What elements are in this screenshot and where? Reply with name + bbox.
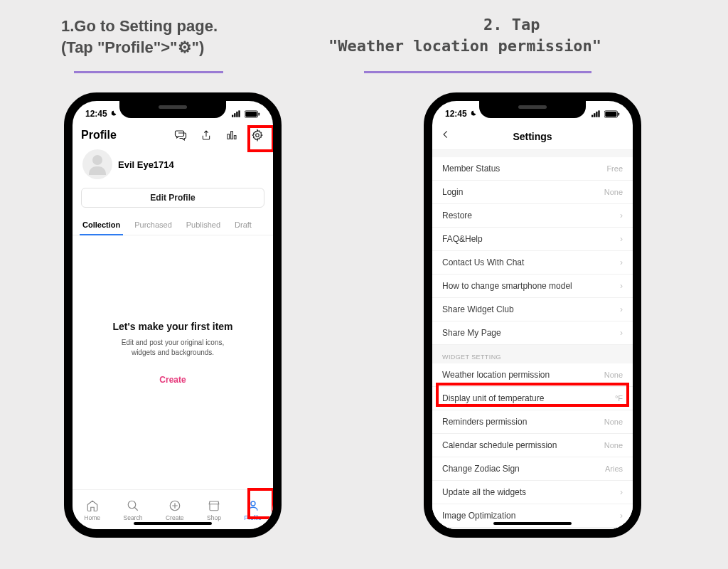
- section-widget-setting: WIDGET SETTING: [432, 345, 633, 363]
- share-icon[interactable]: [199, 128, 213, 142]
- empty-title: Let's make your first item: [90, 321, 256, 332]
- tab-draft[interactable]: Draft: [228, 215, 259, 235]
- chart-icon[interactable]: [225, 128, 239, 142]
- row-member-status[interactable]: Member StatusFree: [432, 157, 633, 181]
- svg-rect-7: [228, 134, 230, 139]
- row-change-phone[interactable]: How to change smartphone model›: [432, 275, 633, 298]
- phone-profile: 12:45 Profile Evil Eye1714 Edit Profile …: [64, 92, 282, 538]
- highlight-profile-tab: [247, 488, 274, 519]
- settings-screen: Settings Member StatusFree LoginNone Res…: [432, 101, 633, 529]
- highlight-gear: [247, 125, 274, 152]
- row-zodiac[interactable]: Change Zodiac SignAries: [432, 457, 633, 481]
- settings-list[interactable]: Member StatusFree LoginNone Restore› FAQ…: [432, 150, 633, 538]
- home-icon: [85, 499, 100, 513]
- tabbar-shop[interactable]: Shop: [207, 499, 221, 521]
- row-restore[interactable]: Restore›: [432, 204, 633, 228]
- profile-header: Profile: [73, 125, 273, 147]
- tab-collection[interactable]: Collection: [75, 215, 127, 235]
- username: Evil Eye1714: [118, 159, 174, 170]
- row-share-widget-club[interactable]: Share Widget Club›: [432, 298, 633, 321]
- empty-state: Let's make your first item Edit and post…: [73, 235, 273, 385]
- settings-nav: Settings: [432, 125, 633, 150]
- profile-screen: Profile Evil Eye1714 Edit Profile Collec…: [73, 101, 273, 529]
- tabbar-home[interactable]: Home: [84, 499, 100, 521]
- user-row: Evil Eye1714: [73, 147, 273, 185]
- tabbar-create[interactable]: Create: [166, 499, 184, 521]
- row-contact[interactable]: Contact Us With Chat›: [432, 251, 633, 275]
- search-icon: [126, 499, 140, 513]
- step1-caption: 1.Go to Setting page. (Tap "Profile">"⚙"…: [61, 16, 218, 58]
- row-faq[interactable]: FAQ&Help›: [432, 228, 633, 251]
- phone-notch: [479, 100, 586, 118]
- header-title: Profile: [81, 129, 117, 142]
- profile-tabs: Collection Purchased Published Draft: [73, 215, 273, 235]
- empty-body: Edit and post your original icons, widge…: [90, 338, 256, 358]
- edit-profile-button[interactable]: Edit Profile: [81, 188, 264, 208]
- phone-settings: 12:45 Settings Member StatusFree LoginNo…: [424, 92, 641, 538]
- avatar[interactable]: [82, 149, 112, 179]
- back-button[interactable]: [441, 129, 455, 144]
- row-login[interactable]: LoginNone: [432, 181, 633, 204]
- svg-rect-9: [234, 136, 236, 139]
- home-indicator: [493, 522, 572, 525]
- home-indicator: [134, 522, 212, 525]
- caption-underline-1: [74, 71, 223, 73]
- svg-point-11: [128, 501, 136, 509]
- settings-group-1: Member StatusFree LoginNone Restore› FAQ…: [432, 157, 633, 345]
- create-link[interactable]: Create: [90, 375, 256, 385]
- chat-icon[interactable]: [173, 128, 188, 142]
- plus-circle-icon: [168, 499, 182, 513]
- row-update-widgets[interactable]: Update all the widgets›: [432, 481, 633, 504]
- row-share-my-page[interactable]: Share My Page›: [432, 321, 633, 345]
- step2-caption-line1: 2. Tap: [483, 16, 540, 33]
- tab-published[interactable]: Published: [179, 215, 228, 235]
- caption-underline-2: [364, 71, 592, 73]
- nav-title: Settings: [513, 131, 552, 142]
- row-reminders-permission[interactable]: Reminders permissionNone: [432, 410, 633, 434]
- tabbar-search[interactable]: Search: [124, 499, 143, 521]
- highlight-weather-permission: [436, 383, 629, 407]
- shop-icon: [207, 499, 221, 513]
- row-calendar-permission[interactable]: Calendar schedule permissionNone: [432, 434, 633, 457]
- phone-notch: [119, 100, 226, 118]
- tab-purchased[interactable]: Purchased: [127, 215, 179, 235]
- step2-caption-line2: "Weather location permission": [328, 37, 601, 55]
- svg-rect-8: [231, 132, 233, 139]
